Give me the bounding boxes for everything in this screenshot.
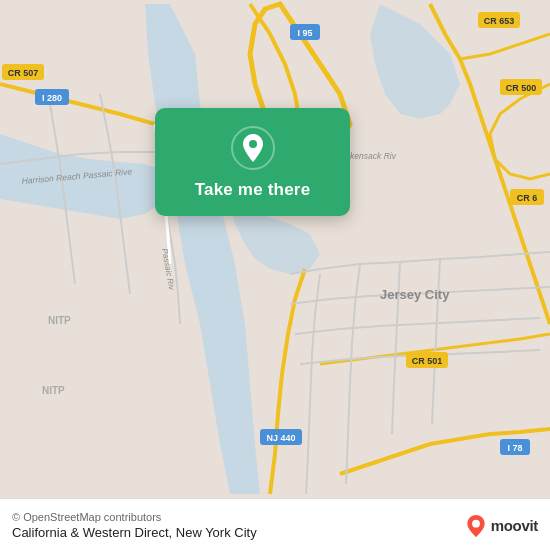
svg-text:CR 500: CR 500: [506, 83, 537, 93]
location-pin-icon: [231, 126, 275, 170]
moovit-logo: moovit: [465, 515, 538, 537]
svg-point-27: [249, 140, 257, 148]
take-me-there-button[interactable]: Take me there: [195, 180, 311, 200]
map-attribution: © OpenStreetMap contributors: [12, 511, 257, 523]
bottom-content: © OpenStreetMap contributors California …: [12, 511, 257, 540]
svg-text:I 95: I 95: [297, 28, 312, 38]
svg-text:Jersey City: Jersey City: [380, 287, 450, 302]
moovit-pin-icon: [465, 515, 487, 537]
svg-text:CR 507: CR 507: [8, 68, 39, 78]
svg-text:CR 6: CR 6: [517, 193, 538, 203]
svg-text:CR 653: CR 653: [484, 16, 515, 26]
map-container: CR 507 I 280 I 95 CR 653 CR 500 Harrison…: [0, 0, 550, 498]
location-info: California & Western Direct, New York Ci…: [12, 525, 257, 540]
moovit-brand-label: moovit: [491, 517, 538, 534]
svg-text:I 280: I 280: [42, 93, 62, 103]
svg-text:NJ 440: NJ 440: [266, 433, 295, 443]
map-svg: CR 507 I 280 I 95 CR 653 CR 500 Harrison…: [0, 0, 550, 498]
svg-point-28: [472, 519, 480, 527]
svg-text:CR 501: CR 501: [412, 356, 443, 366]
svg-text:I 78: I 78: [507, 443, 522, 453]
popup-card[interactable]: Take me there: [155, 108, 350, 216]
app: CR 507 I 280 I 95 CR 653 CR 500 Harrison…: [0, 0, 550, 550]
svg-text:NITP: NITP: [42, 385, 65, 396]
svg-text:NITP: NITP: [48, 315, 71, 326]
bottom-bar: © OpenStreetMap contributors California …: [0, 498, 550, 550]
